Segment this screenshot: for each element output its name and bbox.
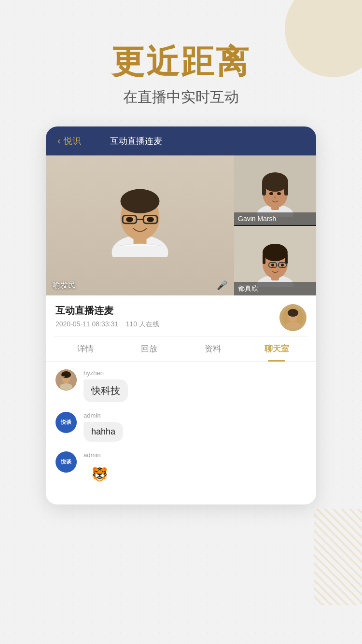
- back-label: 悦识: [64, 135, 81, 147]
- svg-point-29: [281, 264, 284, 266]
- chat-avatar-2: 悦谈: [56, 412, 77, 433]
- tab-replay[interactable]: 回放: [117, 336, 181, 361]
- svg-point-13: [262, 172, 288, 192]
- svg-rect-38: [62, 376, 65, 377]
- avatar-1-svg: [56, 369, 77, 391]
- svg-rect-23: [263, 253, 265, 264]
- chat-body-1: hyzhen 快科技: [84, 369, 128, 402]
- chat-message-1: hyzhen 快科技: [56, 369, 306, 402]
- side-video-2-label: 都真欣: [234, 282, 316, 295]
- tab-details[interactable]: 详情: [54, 336, 117, 361]
- chat-username-2: admin: [84, 412, 123, 419]
- session-title: 互动直播连麦: [56, 304, 159, 317]
- session-date: 2020-05-11 08:33:31: [56, 320, 118, 328]
- svg-point-17: [277, 192, 281, 195]
- avatar-3-text: 悦谈: [61, 459, 71, 464]
- side-video-1: Gavin Marsh: [234, 155, 316, 225]
- side-person-1-svg: [256, 164, 294, 217]
- chat-bubble-3: 🐯: [84, 462, 116, 487]
- video-main: 喻发民 🎤: [46, 155, 234, 295]
- host-avatar-svg: [282, 307, 304, 328]
- chat-message-3: 悦谈 admin 🐯: [56, 451, 306, 487]
- avatar-2-text: 悦谈: [61, 420, 71, 425]
- main-title: 更近距离: [0, 43, 362, 80]
- bg-decoration-bottom: [314, 509, 362, 605]
- chat-body-3: admin 🐯: [84, 451, 116, 487]
- main-person-svg: [106, 170, 174, 257]
- session-info-left: 互动直播连麦 2020-05-11 08:33:31 110 人在线: [56, 304, 159, 329]
- svg-point-8: [126, 217, 133, 222]
- sub-title: 在直播中实时互动: [0, 87, 362, 107]
- main-video-feed: [46, 155, 234, 295]
- svg-point-32: [288, 309, 298, 317]
- phone-card: ‹ 悦识 互动直播连麦: [46, 126, 316, 504]
- svg-point-4: [123, 190, 157, 209]
- video-grid: 喻发民 🎤: [46, 155, 316, 295]
- chat-username-3: admin: [84, 451, 116, 459]
- svg-point-18: [274, 196, 276, 198]
- svg-point-28: [271, 264, 274, 266]
- chat-body-2: admin hahha: [84, 412, 123, 442]
- chat-username-1: hyzhen: [84, 369, 128, 377]
- side-person-2-svg: [256, 234, 294, 287]
- header-area: 更近距离 在直播中实时互动: [0, 0, 362, 126]
- session-online: 110 人在线: [126, 320, 159, 328]
- tab-materials[interactable]: 资料: [181, 336, 245, 361]
- svg-rect-15: [284, 182, 288, 196]
- chat-message-2: 悦谈 admin hahha: [56, 412, 306, 442]
- chat-avatar-3: 悦谈: [56, 451, 77, 473]
- nav-back-button[interactable]: ‹ 悦识: [57, 135, 81, 147]
- session-info-row: 互动直播连麦 2020-05-11 08:33:31 110 人在线: [46, 295, 316, 336]
- side-video-2: 都真欣: [234, 226, 316, 295]
- tabs-row: 详情 回放 资料 聊天室: [46, 336, 316, 362]
- session-meta: 2020-05-11 08:33:31 110 人在线: [56, 320, 159, 329]
- svg-rect-14: [262, 182, 266, 196]
- svg-point-37: [60, 383, 72, 390]
- chat-bubble-1: 快科技: [84, 379, 128, 402]
- svg-point-16: [269, 192, 273, 195]
- svg-point-9: [147, 217, 153, 222]
- chat-area: hyzhen 快科技 悦谈 admin hahha 悦谈 admin 🐯: [46, 362, 316, 504]
- svg-point-22: [263, 244, 288, 261]
- back-icon: ‹: [57, 135, 61, 146]
- nav-bar: ‹ 悦识 互动直播连麦: [46, 126, 316, 155]
- chat-bubble-2: hahha: [84, 422, 123, 442]
- nav-title: 互动直播连麦: [110, 135, 162, 147]
- mic-icon: 🎤: [217, 280, 227, 291]
- tab-chat[interactable]: 聊天室: [245, 336, 308, 361]
- video-side: Gavin Marsh: [234, 155, 316, 295]
- side-video-1-label: Gavin Marsh: [234, 212, 316, 225]
- chat-avatar-1: [56, 369, 77, 391]
- host-avatar: [279, 304, 306, 331]
- main-video-label: 喻发民: [53, 280, 76, 291]
